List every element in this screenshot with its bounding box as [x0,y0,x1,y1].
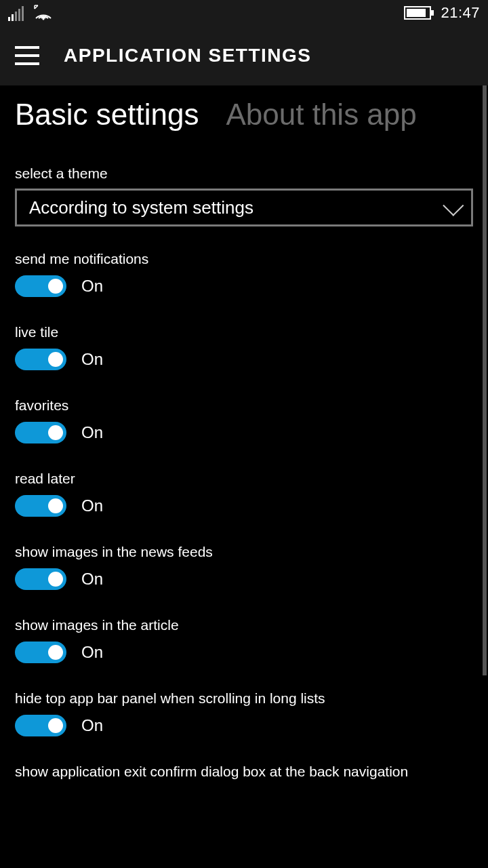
toggle-label-partial: show application exit confirm dialog box… [15,764,473,780]
toggle-label: send me notifications [15,251,473,267]
scrollbar[interactable] [483,85,487,675]
toggle-state: On [81,350,103,369]
toggle-switch-notifications[interactable] [15,275,66,297]
theme-select-value: According to system settings [29,197,253,218]
toggle-state: On [81,423,103,442]
toggle-switch-hide-top-bar[interactable] [15,715,66,736]
toggle-state: On [81,277,103,296]
toggle-switch-images-article[interactable] [15,642,66,663]
toggle-state: On [81,496,103,515]
page-title: APPLICATION SETTINGS [64,45,312,66]
toggle-label: favorites [15,397,473,414]
signal-icon [8,6,24,21]
toggle-images-article: show images in the article On [15,617,473,663]
toggle-label: hide top app bar panel when scrolling in… [15,690,473,707]
tab-basic-settings[interactable]: Basic settings [15,98,199,132]
toggle-hide-top-bar: hide top app bar panel when scrolling in… [15,690,473,736]
wifi-icon [33,5,54,21]
theme-label: select a theme [15,165,473,182]
toggle-notifications: send me notifications On [15,251,473,297]
theme-select[interactable]: According to system settings [15,189,473,226]
toggle-read-later: read later On [15,471,473,517]
toggle-switch-favorites[interactable] [15,422,66,443]
toggle-favorites: favorites On [15,397,473,443]
toggle-state: On [81,716,103,735]
toggle-live-tile: live tile On [15,324,473,370]
toggle-label: show images in the article [15,617,473,633]
toggle-label: show images in the news feeds [15,544,473,560]
battery-icon [404,6,431,20]
status-bar: 21:47 [0,0,488,26]
toggle-switch-read-later[interactable] [15,495,66,517]
app-bar: APPLICATION SETTINGS [0,26,488,85]
content-area: Basic settings About this app select a t… [0,85,488,868]
toggle-label: read later [15,471,473,487]
tab-about-this-app[interactable]: About this app [226,98,416,132]
toggle-label: live tile [15,324,473,340]
toggle-switch-live-tile[interactable] [15,349,66,370]
tabs: Basic settings About this app [15,98,473,132]
clock: 21:47 [441,4,480,22]
chevron-down-icon [443,195,464,216]
hamburger-icon[interactable] [15,46,39,65]
toggle-state: On [81,570,103,589]
toggle-images-feeds: show images in the news feeds On [15,544,473,590]
toggle-state: On [81,643,103,662]
svg-point-0 [43,18,45,20]
toggle-switch-images-feeds[interactable] [15,568,66,590]
